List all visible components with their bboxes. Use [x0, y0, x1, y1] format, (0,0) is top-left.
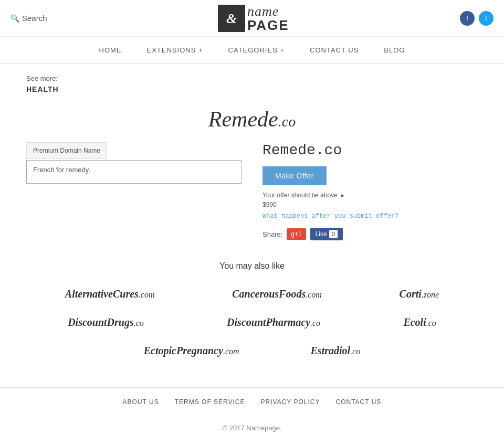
- list-item[interactable]: DiscountDrugs.co: [64, 312, 148, 333]
- domain-main-0: AlternativeCures: [65, 288, 139, 300]
- twitter-icon[interactable]: t: [479, 11, 494, 26]
- domain-main-3: DiscountDrugs: [68, 316, 134, 328]
- domain-tld-5: .co: [426, 319, 436, 327]
- copyright-year: © 2017: [223, 424, 245, 432]
- also-like-title: You may also like: [26, 261, 478, 271]
- list-item[interactable]: Ecoli.co: [399, 312, 440, 333]
- domain-main-1: CancerousFoods: [232, 288, 306, 300]
- also-like-section: You may also like AlternativeCures.com C…: [26, 261, 478, 361]
- left-panel: Premium Domain Name French for remedy.: [26, 142, 242, 184]
- breadcrumb: See more: HEALTH: [26, 75, 478, 93]
- domain-tld-7: .co: [350, 347, 360, 356]
- main-section: Premium Domain Name French for remedy. R…: [26, 142, 478, 240]
- footer-nav: ABOUT US TERMS OF SERVICE PRIVACY POLICY…: [0, 387, 504, 416]
- footer-tos[interactable]: TERMS OF SERVICE: [175, 398, 245, 406]
- logo-text: name PAGE: [247, 5, 289, 32]
- social-icons: f t: [460, 11, 494, 26]
- domain-title-main: Remede: [208, 107, 278, 131]
- domain-description: French for remedy.: [26, 160, 242, 184]
- main-nav: HOME EXTENSIONS + CATEGORIES + CONTACT U…: [0, 37, 504, 64]
- list-item[interactable]: EctopicPregnancy.com: [140, 341, 244, 361]
- domain-main-5: Ecoli: [403, 316, 426, 328]
- see-more-label: See more:: [26, 75, 478, 82]
- list-item[interactable]: Estradiol.co: [307, 341, 365, 361]
- domain-title-area: Remede.co: [26, 107, 478, 132]
- domain-title-tld: .co: [278, 113, 296, 130]
- list-item[interactable]: Corti.zone: [395, 284, 444, 304]
- share-area: Share: g+1 Like 0: [262, 228, 478, 240]
- domain-tld-4: .co: [310, 319, 320, 327]
- make-offer-button[interactable]: Make Offer: [262, 166, 327, 185]
- footer-about[interactable]: ABOUT US: [123, 398, 159, 406]
- footer-site-name[interactable]: Namepage.: [246, 424, 281, 432]
- facebook-icon[interactable]: f: [460, 11, 475, 26]
- domain-row-2: DiscountDrugs.co DiscountPharmacy.co Eco…: [26, 312, 478, 333]
- logo-name-line: name: [247, 5, 289, 18]
- facebook-like-button[interactable]: Like 0: [310, 228, 343, 240]
- nav-categories[interactable]: CATEGORIES +: [216, 37, 297, 63]
- domain-row-3: EctopicPregnancy.com Estradiol.co: [26, 341, 478, 361]
- logo[interactable]: & name PAGE: [218, 5, 289, 32]
- content-area: See more: HEALTH Remede.co Premium Domai…: [16, 64, 488, 387]
- domain-tld-1: .com: [306, 290, 322, 299]
- nav-home[interactable]: HOME: [87, 37, 134, 63]
- arrow-icon: ►: [340, 193, 345, 198]
- list-item[interactable]: AlternativeCures.com: [61, 284, 159, 304]
- what-happens-link[interactable]: What happens after you submit offer?: [262, 213, 478, 220]
- domain-name-heading: Remede.co: [262, 142, 478, 158]
- nav-blog[interactable]: BLOG: [371, 37, 417, 63]
- domain-main-4: DiscountPharmacy: [227, 316, 310, 328]
- like-count: 0: [329, 230, 338, 238]
- domain-tld-0: .com: [139, 290, 155, 299]
- svg-text:&: &: [226, 11, 237, 26]
- domain-main-6: EctopicPregnancy: [144, 345, 223, 356]
- share-label: Share:: [262, 230, 282, 238]
- footer-privacy[interactable]: PRIVACY POLICY: [261, 398, 320, 406]
- nav-extensions[interactable]: EXTENSIONS +: [134, 37, 216, 63]
- top-bar: 🔍 Search & name PAGE f t: [0, 0, 504, 37]
- domain-main-2: Corti: [400, 288, 422, 300]
- offer-info-text: Your offer should be above: [262, 192, 338, 199]
- domain-main-7: Estradiol: [311, 345, 351, 356]
- domain-tld-3: .co: [134, 319, 144, 327]
- offer-info: Your offer should be above ►: [262, 192, 478, 199]
- domain-title-logo: Remede.co: [208, 107, 296, 131]
- nav-contact[interactable]: CONTACT US: [297, 37, 371, 63]
- logo-page-line: PAGE: [247, 18, 289, 32]
- footer-contact[interactable]: CONTACT US: [335, 398, 381, 406]
- domain-row-1: AlternativeCures.com CancerousFoods.com …: [26, 284, 478, 304]
- domain-label: Premium Domain Name: [26, 142, 107, 159]
- right-panel: Remede.co Make Offer Your offer should b…: [262, 142, 478, 240]
- offer-amount: $990: [262, 201, 478, 208]
- category-link[interactable]: HEALTH: [26, 85, 59, 93]
- domain-tld-6: .com: [223, 347, 239, 356]
- domain-tld-2: .zone: [422, 290, 439, 299]
- logo-icon: &: [218, 5, 245, 32]
- list-item[interactable]: CancerousFoods.com: [228, 284, 326, 304]
- list-item[interactable]: DiscountPharmacy.co: [223, 312, 324, 333]
- search-icon: 🔍: [10, 14, 19, 23]
- search-area[interactable]: 🔍 Search: [10, 14, 47, 23]
- facebook-like-label: Like: [316, 230, 327, 238]
- search-label: Search: [22, 14, 47, 23]
- footer-copyright: © 2017 Namepage.: [0, 416, 504, 440]
- google-plus-button[interactable]: g+1: [287, 228, 306, 240]
